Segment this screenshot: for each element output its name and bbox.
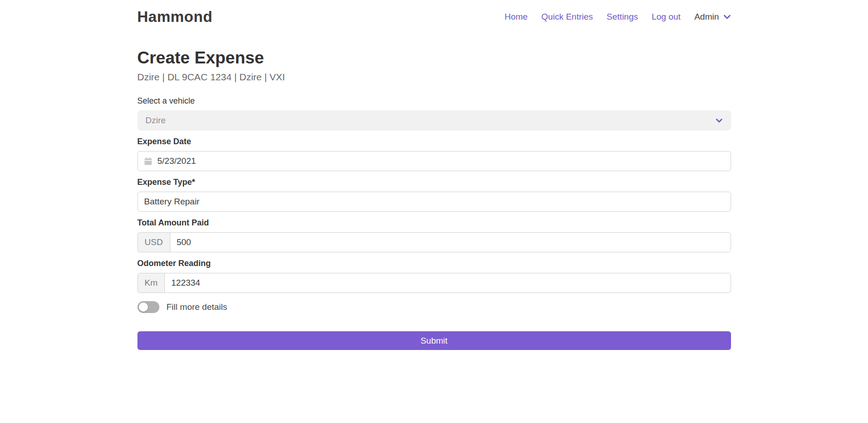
total-amount-label: Total Amount Paid xyxy=(137,218,731,228)
currency-prefix: USD xyxy=(137,232,170,252)
calendar-icon xyxy=(144,157,153,166)
vehicle-select[interactable]: Dzire xyxy=(137,110,731,131)
vehicle-label: Select a vehicle xyxy=(137,96,731,106)
nav-link-home[interactable]: Home xyxy=(505,12,528,22)
main-nav: Home Quick Entries Settings Log out Admi… xyxy=(505,12,731,22)
vehicle-field: Select a vehicle Dzire xyxy=(137,96,731,131)
odometer-input[interactable] xyxy=(164,273,731,293)
header: Hammond Home Quick Entries Settings Log … xyxy=(0,0,868,26)
app-logo[interactable]: Hammond xyxy=(137,8,213,26)
fill-more-details-label: Fill more details xyxy=(167,302,227,312)
vehicle-select-value: Dzire xyxy=(146,115,715,125)
nav-link-logout[interactable]: Log out xyxy=(652,12,680,22)
expense-type-label: Expense Type* xyxy=(137,178,731,187)
expense-date-input[interactable] xyxy=(153,151,731,171)
total-amount-field: Total Amount Paid USD xyxy=(137,218,731,252)
user-menu-label: Admin xyxy=(694,12,719,22)
fill-more-details-row: Fill more details xyxy=(137,301,731,313)
expense-type-input[interactable] xyxy=(137,192,731,212)
odometer-label: Odometer Reading xyxy=(137,259,731,268)
odometer-unit-prefix: Km xyxy=(137,273,165,293)
chevron-down-icon xyxy=(723,14,731,20)
user-menu[interactable]: Admin xyxy=(694,12,731,22)
fill-more-details-toggle[interactable] xyxy=(137,301,159,313)
total-amount-input[interactable] xyxy=(170,232,731,252)
main-content: Create Expense Dzire | DL 9CAC 1234 | Dz… xyxy=(0,26,868,350)
toggle-knob xyxy=(139,303,148,312)
expense-date-label: Expense Date xyxy=(137,137,731,146)
odometer-input-group: Km xyxy=(137,273,731,293)
page-title: Create Expense xyxy=(137,48,731,68)
page-subtitle: Dzire | DL 9CAC 1234 | Dzire | VXI xyxy=(137,72,731,83)
header-inner: Hammond Home Quick Entries Settings Log … xyxy=(137,8,731,26)
create-expense-form: Select a vehicle Dzire Expense Date xyxy=(137,96,731,350)
expense-type-field: Expense Type* xyxy=(137,178,731,212)
submit-button[interactable]: Submit xyxy=(137,331,731,350)
nav-link-settings[interactable]: Settings xyxy=(607,12,638,22)
expense-date-field: Expense Date xyxy=(137,137,731,171)
odometer-field: Odometer Reading Km xyxy=(137,259,731,293)
expense-date-input-wrapper[interactable] xyxy=(137,151,731,171)
total-amount-input-group: USD xyxy=(137,232,731,252)
chevron-down-icon xyxy=(715,118,723,123)
nav-link-quick-entries[interactable]: Quick Entries xyxy=(542,12,593,22)
